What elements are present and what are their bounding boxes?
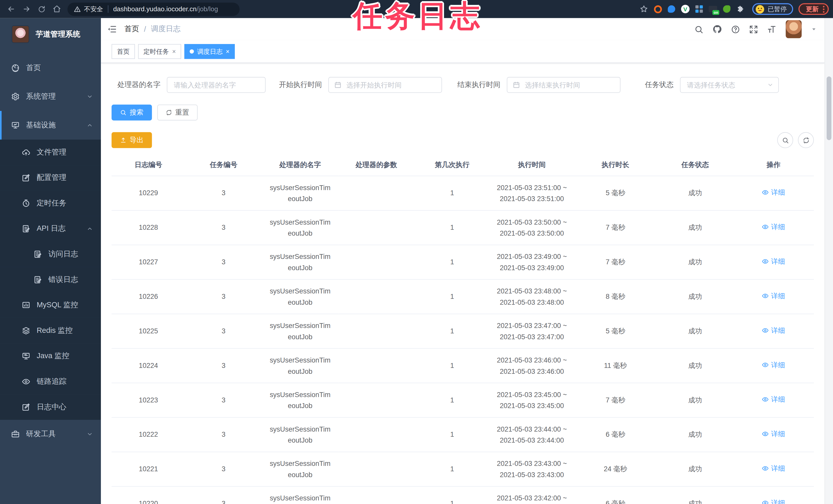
- start-time-label: 开始执行时间: [265, 80, 328, 90]
- breadcrumb-home[interactable]: 首页: [124, 24, 139, 34]
- eye-icon: [762, 258, 769, 265]
- cell-handler: sysUserSessionTim eoutJob: [262, 486, 338, 504]
- window-scrollbar[interactable]: [825, 18, 833, 504]
- search-button[interactable]: 搜索: [112, 105, 152, 121]
- log-table: 日志编号任务编号处理器的名字处理器的参数第几次执行执行时间执行时长任务状态操作 …: [112, 154, 814, 504]
- sidebar-item-mysql-monitor[interactable]: MySQL 监控: [0, 293, 101, 318]
- detail-link[interactable]: 详细: [762, 497, 785, 504]
- export-button[interactable]: 导出: [112, 132, 152, 148]
- task-status-select[interactable]: [680, 77, 779, 93]
- extension-icon[interactable]: [668, 5, 675, 13]
- cell-handler: sysUserSessionTim eoutJob: [262, 245, 338, 279]
- main-content: 首页 / 调度日志 首页 定时任务 × 调度: [101, 18, 825, 504]
- doc-icon: [33, 250, 42, 258]
- cell-status: 成功: [657, 245, 733, 279]
- home-icon[interactable]: [52, 5, 61, 13]
- close-icon[interactable]: ×: [172, 48, 176, 55]
- extension-icon[interactable]: [654, 5, 662, 13]
- fullscreen-icon[interactable]: [749, 25, 758, 33]
- table-row: 102263sysUserSessionTim eoutJob12021-05-…: [112, 279, 814, 314]
- detail-link[interactable]: 详细: [762, 394, 785, 405]
- user-avatar[interactable]: [786, 20, 802, 39]
- toggle-search-button[interactable]: [777, 132, 793, 148]
- detail-link[interactable]: 详细: [762, 187, 785, 198]
- sidebar-item-trace[interactable]: 链路追踪: [0, 369, 101, 395]
- header-search-icon[interactable]: [694, 25, 704, 33]
- sidebar-item-home[interactable]: 首页: [0, 54, 101, 82]
- url-host: dashboard.yudao.iocoder.cn: [113, 5, 197, 13]
- sidebar-item-api-log[interactable]: API 日志: [0, 216, 101, 242]
- back-icon[interactable]: [7, 5, 15, 13]
- sidebar-item-infrastructure[interactable]: 基础设施: [0, 111, 101, 140]
- app-logo-row[interactable]: 芋道管理系统: [0, 18, 101, 46]
- cell-param: [338, 176, 414, 210]
- extension-icon[interactable]: V: [681, 5, 690, 13]
- scrollbar-thumb[interactable]: [827, 76, 831, 140]
- table-row: 102213sysUserSessionTim eoutJob12021-05-…: [112, 452, 814, 486]
- update-button[interactable]: 更新: [799, 3, 829, 15]
- sidebar-item-dev-tools[interactable]: 研发工具: [0, 420, 101, 449]
- emoji-avatar: [755, 5, 764, 14]
- table-toolbar: 导出: [101, 132, 825, 148]
- detail-link[interactable]: 详细: [762, 221, 785, 232]
- cell-log_id: 10226: [112, 279, 185, 314]
- cell-log_id: 10222: [112, 418, 185, 452]
- detail-link[interactable]: 详细: [762, 359, 785, 371]
- extension-icon[interactable]: on: [709, 6, 717, 12]
- detail-link[interactable]: 详细: [762, 429, 785, 440]
- sidebar-item-system-management[interactable]: 系统管理: [0, 82, 101, 111]
- cell-time: 2021-05-03 23:48:00 ~ 2021-05-03 23:48:0…: [490, 279, 574, 314]
- sidebar-item-config-management[interactable]: 配置管理: [0, 165, 101, 191]
- bookmark-star-icon[interactable]: [640, 5, 648, 13]
- cell-action: 详细: [733, 418, 814, 452]
- detail-link[interactable]: 详细: [762, 256, 785, 267]
- font-size-icon[interactable]: [767, 24, 777, 34]
- sidebar-item-java-monitor[interactable]: Java 监控: [0, 343, 101, 369]
- profile-paused-badge[interactable]: 已暂停: [752, 3, 793, 15]
- tab-scheduled-tasks[interactable]: 定时任务 ×: [138, 44, 181, 59]
- tab-home[interactable]: 首页: [112, 44, 135, 59]
- github-icon[interactable]: [712, 24, 722, 34]
- reload-icon[interactable]: [38, 5, 46, 13]
- sidebar-item-file-management[interactable]: 文件管理: [0, 140, 101, 165]
- sidebar-item-access-log[interactable]: 访问日志: [0, 242, 101, 267]
- address-bar[interactable]: 不安全 dashboard.yudao.iocoder.cn /job/log: [67, 2, 239, 16]
- cell-action: 详细: [733, 349, 814, 383]
- tab-job-log[interactable]: 调度日志 ×: [184, 44, 235, 59]
- avatar-caret-icon[interactable]: [811, 26, 817, 32]
- cell-duration: 6 毫秒: [574, 418, 657, 452]
- sidebar-item-redis-monitor[interactable]: Redis 监控: [0, 318, 101, 344]
- sidebar-item-label: 文件管理: [37, 148, 66, 157]
- cell-status: 成功: [657, 176, 733, 210]
- cell-task_id: 3: [185, 210, 262, 245]
- cell-time: 2021-05-03 23:46:00 ~ 2021-05-03 23:46:0…: [490, 349, 574, 383]
- extension-icon[interactable]: [695, 5, 703, 13]
- handler-name-input[interactable]: [167, 77, 265, 93]
- sidebar-item-error-log[interactable]: 错误日志: [0, 267, 101, 293]
- toolbox-icon: [11, 430, 20, 438]
- breadcrumb: 首页 / 调度日志: [124, 24, 181, 34]
- cell-status: 成功: [657, 210, 733, 245]
- detail-link[interactable]: 详细: [762, 291, 785, 302]
- close-icon[interactable]: ×: [226, 48, 230, 55]
- doc-icon: [22, 225, 30, 233]
- extension-icon[interactable]: [723, 5, 731, 13]
- end-time-picker[interactable]: [507, 77, 620, 93]
- detail-link[interactable]: 详细: [762, 463, 785, 474]
- reset-button[interactable]: 重置: [157, 105, 198, 121]
- start-time-picker[interactable]: [328, 77, 442, 93]
- cell-duration: 6 毫秒: [574, 486, 657, 504]
- extensions-puzzle-icon[interactable]: [736, 5, 745, 13]
- detail-link[interactable]: 详细: [762, 325, 785, 336]
- browser-menu-icon[interactable]: [823, 6, 825, 12]
- refresh-table-button[interactable]: [798, 132, 814, 148]
- help-icon[interactable]: [731, 25, 740, 33]
- sidebar-item-log-center[interactable]: 日志中心: [0, 394, 101, 420]
- cell-task_id: 3: [185, 349, 262, 383]
- cell-time: 2021-05-03 23:50:00 ~ 2021-05-03 23:50:0…: [490, 210, 574, 245]
- cell-log_id: 10220: [112, 486, 185, 504]
- hamburger-icon[interactable]: [107, 24, 117, 34]
- eye-icon: [762, 224, 769, 230]
- forward-icon[interactable]: [22, 5, 31, 13]
- sidebar-item-scheduled-tasks[interactable]: 定时任务: [0, 191, 101, 216]
